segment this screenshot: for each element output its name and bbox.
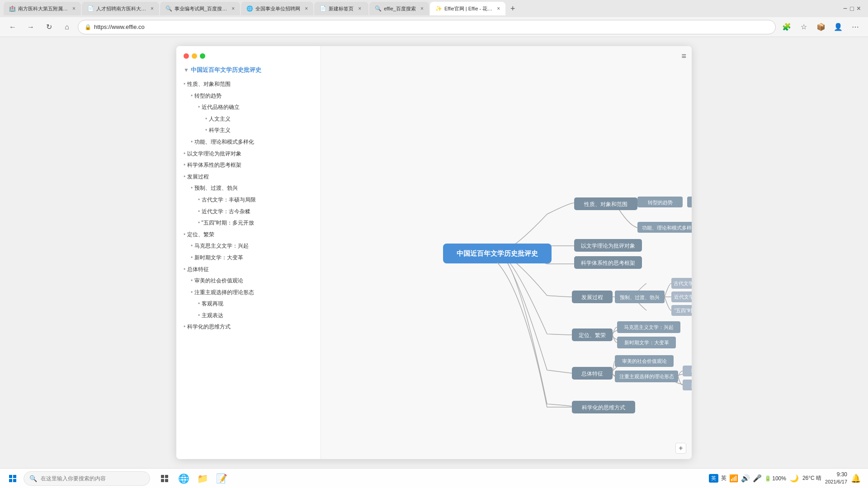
tab-close-7[interactable]: × (497, 5, 500, 12)
outline-item-11[interactable]: 古代文学：丰硕与局限 (184, 194, 313, 206)
tab-4[interactable]: 🌐 全国事业单位招聘网 × (241, 2, 313, 15)
tab-label-6: effie_百度搜索 (384, 5, 416, 12)
outline-item-14[interactable]: 定位、繁荣 (184, 229, 313, 241)
nav-right-buttons: 🧩 ☆ 📦 👤 ⋯ (779, 20, 863, 34)
search-input[interactable] (41, 475, 140, 482)
tab-label-2: 人才招聘南方医科大… (96, 5, 146, 12)
address-bar[interactable]: 🔒 https://www.effie.co (78, 20, 776, 34)
tab-7[interactable]: ✨ Effie官网 | Effie - 花… × (430, 2, 505, 15)
outline-item-9[interactable]: 发展过程 (184, 171, 313, 183)
tab-2[interactable]: 📄 人才招聘南方医科大… × (82, 2, 159, 15)
profile-button[interactable]: 👤 (831, 20, 845, 34)
leaf-label-mks: 马克思主义文学：兴起 (624, 324, 674, 330)
leaf-label-kgzx: 客观再现 (691, 368, 692, 374)
outline-item-17[interactable]: 总体特征 (184, 264, 313, 276)
extensions-button[interactable]: 🧩 (779, 20, 794, 34)
start-button[interactable] (4, 469, 22, 488)
outline-title-text: 中国近百年文学历史批评史 (191, 66, 261, 74)
outline-item-13[interactable]: "五四"时期：多元开放 (184, 217, 313, 229)
explore-button[interactable]: 📁 (193, 469, 212, 488)
back-button[interactable]: ← (5, 20, 20, 34)
tab-favicon-2: 📄 (87, 5, 94, 12)
tab-close-2[interactable]: × (151, 5, 154, 12)
outline-item-21[interactable]: 主观表达 (184, 310, 313, 322)
mindmap-panel[interactable]: ≡ (321, 46, 692, 459)
forward-button[interactable]: → (24, 20, 38, 34)
collections-button[interactable]: 📦 (814, 20, 828, 34)
branch-label-2: 以文学理论为批评对象 (581, 243, 635, 249)
task-view-icon (160, 474, 169, 483)
outline-item-16[interactable]: 新时期文学：大变革 (184, 252, 313, 264)
task-view-button[interactable] (156, 469, 174, 488)
outline-item-18[interactable]: 审美的社会价值观论 (184, 275, 313, 287)
lock-icon: 🔒 (85, 24, 91, 30)
system-tray: 英 英 📶 🔊 🎤 🔋 100% (709, 474, 786, 483)
leaf-node-1-1-1 (687, 197, 692, 207)
favorites-button[interactable]: ☆ (797, 20, 811, 34)
outline-item-15[interactable]: 马克思主义文学：兴起 (184, 240, 313, 252)
outline-item-20[interactable]: 客观再现 (184, 298, 313, 310)
svg-rect-3 (165, 479, 168, 482)
volume-icon[interactable]: 🔊 (741, 474, 750, 483)
ime-indicator[interactable]: 英 (709, 474, 718, 483)
outline-item-1[interactable]: 性质、对象和范围 (184, 79, 313, 90)
outline-item-4[interactable]: 人文主义 (184, 113, 313, 125)
outline-item-8[interactable]: 科学体系性的思考框架 (184, 160, 313, 171)
leaf-label-zzg: 注重主观选择的理论形态 (619, 374, 674, 379)
close-button[interactable]: × (857, 5, 861, 13)
word-button[interactable]: 📝 (212, 469, 231, 488)
tab-3[interactable]: 🔍 事业编考试网_百度搜… × (160, 2, 240, 15)
weather-icon: 🌙 (790, 474, 799, 483)
tab-close-3[interactable]: × (231, 5, 235, 12)
menu-icon[interactable]: ≡ (681, 52, 686, 61)
branch-label-5: 定位、繁荣 (579, 332, 606, 338)
outline-item-5[interactable]: 科学主义 (184, 125, 313, 136)
tab-6[interactable]: 🔍 effie_百度搜索 × (369, 2, 429, 15)
outline-item-7[interactable]: 以文学理论为批评对象 (184, 148, 313, 160)
edge-browser-button[interactable]: 🌐 (175, 469, 193, 488)
taskbar-icons: 🌐 📁 📝 (156, 469, 231, 488)
leaf-node-kgzx (683, 366, 692, 376)
battery-indicator: 🔋 100% (764, 475, 786, 482)
tab-close-6[interactable]: × (420, 5, 424, 12)
ime-voice-icon[interactable]: 🎤 (753, 474, 762, 483)
zoom-in-button[interactable]: + (675, 443, 686, 454)
notification-icon[interactable]: 🔔 (851, 474, 861, 483)
tab-1[interactable]: 🏥 南方医科大第五附属… × (4, 2, 81, 15)
outline-item-2[interactable]: 转型的趋势 (184, 90, 313, 102)
taskbar-search[interactable]: 🔍 (24, 471, 150, 486)
outline-item-12[interactable]: 近代文学：古今杂糅 (184, 206, 313, 218)
outline-item-10[interactable]: 预制、过渡、勃兴 (184, 183, 313, 194)
outline-item-6[interactable]: 功能、理论和模式多样化 (184, 136, 313, 148)
tab-close-4[interactable]: × (305, 5, 308, 12)
clock[interactable]: 9:30 2021/6/17 (825, 471, 847, 485)
outline-item-22[interactable]: 科学化的思维方式 (184, 321, 313, 333)
outline-item-3[interactable]: 近代品格的确立 (184, 102, 313, 113)
leaf-label-jd: 近代文学：古今杂糅 (674, 294, 692, 300)
home-button[interactable]: ⌂ (60, 20, 74, 34)
minimize-button[interactable]: − (843, 5, 847, 13)
tab-favicon-5: 📄 (320, 5, 326, 12)
window-close-dot[interactable] (184, 53, 189, 59)
window-minimize-dot[interactable] (192, 53, 197, 59)
navigation-bar: ← → ↻ ⌂ 🔒 https://www.effie.co 🧩 ☆ 📦 👤 ⋯ (0, 17, 868, 37)
tab-close-5[interactable]: × (358, 5, 361, 12)
battery-text: 100% (772, 475, 786, 482)
branch-label-1: 性质、对象和范围 (584, 201, 627, 207)
windows-logo-icon (9, 475, 16, 482)
settings-button[interactable]: ⋯ (848, 20, 863, 34)
reload-button[interactable]: ↻ (42, 20, 56, 34)
new-tab-button[interactable]: + (506, 2, 519, 15)
tab-favicon-6: 🔍 (375, 5, 381, 12)
outline-item-19[interactable]: 注重主观选择的理论形态 (184, 287, 313, 299)
window-fullscreen-dot[interactable] (200, 53, 205, 59)
maximize-button[interactable]: □ (850, 5, 854, 12)
url-text: https://www.effie.co (94, 23, 145, 30)
network-icon[interactable]: 📶 (729, 474, 738, 483)
leaf-label-gd: 古代文学：丰硕与局限 (674, 281, 692, 286)
branch-label-3: 科学体系性的思考框架 (581, 260, 635, 266)
outline-title: ▼ 中国近百年文学历史批评史 (184, 66, 313, 74)
tab-5[interactable]: 📄 新建标签页 × (314, 2, 368, 15)
tab-close-1[interactable]: × (72, 5, 75, 12)
main-content: ▼ 中国近百年文学历史批评史 性质、对象和范围 转型的趋势 近代品格的确立 人文… (0, 37, 868, 468)
